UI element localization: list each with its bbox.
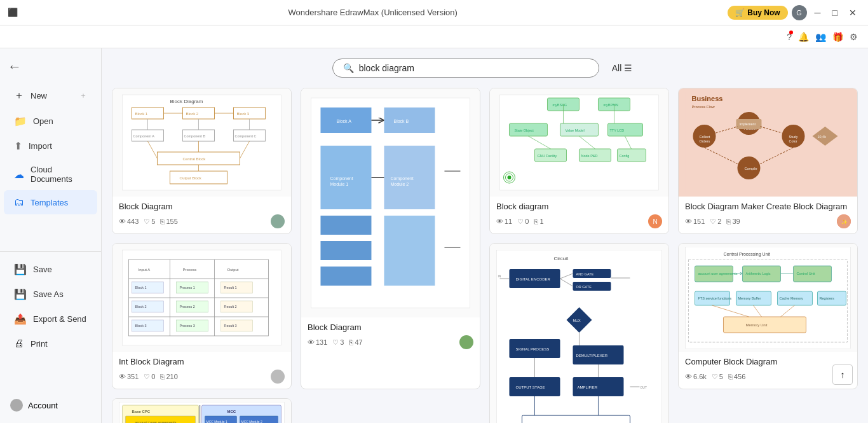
svg-text:Component: Component [391,176,414,181]
svg-text:Output: Output [227,268,239,272]
computer-block-svg: Central Processing Unit account user agr… [683,247,853,349]
svg-text:Implement: Implement [740,122,756,126]
copies-stat-7: ⎘ 456 [728,373,745,380]
card-block-diagram-2[interactable]: Block A Block B Component Module 1 Compo… [301,88,480,389]
search-bar: 🔍 [332,59,599,78]
card-image-8: Base CPC MCC account / user agreements C… [112,399,291,423]
app-icon: ⬛ [8,8,18,17]
card-avatar-2 [459,335,473,349]
close-button[interactable]: ✕ [845,6,860,19]
back-button[interactable]: ← [8,59,22,75]
gift-icon[interactable]: 🎁 [832,32,843,42]
card-image-7: Central Processing Unit account user agr… [679,244,857,352]
svg-text:Config: Config [620,154,630,158]
svg-text:Base CPC: Base CPC [132,410,151,413]
all-filter-button[interactable]: All ☰ [607,60,638,76]
svg-text:MUX: MUX [573,319,581,322]
templates-icon: 🗂 [14,197,24,208]
sidebar-item-open[interactable]: 📁 Open [4,109,97,134]
bell-icon[interactable]: 🔔 [798,32,809,42]
block-diagram-svg-2: Block A Block B Component Module 1 Compo… [306,95,475,311]
title-bar-right: 🛒 Buy Now G ─ □ ✕ [728,5,860,20]
likes-stat-4: ♡ 2 [710,218,721,226]
account-icon [10,399,23,412]
minimize-button[interactable]: ─ [811,6,825,19]
card-block-diagram-1[interactable]: Block Diagram Block 1 Block 2 Block 3 Co… [112,88,292,234]
card-int-block-diagram[interactable]: Input A Process Output Block 1 Process 1… [112,243,292,389]
svg-rect-33 [321,267,372,286]
settings-icon[interactable]: ⚙ [850,32,858,42]
views-stat-2: 👁 131 [308,338,327,346]
sidebar-item-new[interactable]: ＋ New ＋ [4,83,97,109]
views-stat-1: 👁 443 [119,218,139,225]
svg-text:Circuit: Circuit [554,256,569,261]
likes-stat-2: ♡ 3 [332,338,344,347]
views-stat-4: 👁 151 [685,218,705,225]
user-avatar: G [792,5,807,20]
circuit-svg: Circuit DIGITAL ENCODER AND GATE OR GATE… [494,250,664,423]
sidebar-item-print[interactable]: 🖨 Print [4,331,97,356]
sidebar: ← ＋ New ＋ 📁 Open ⬆ Import ☁ Cloud Docume… [0,48,102,423]
svg-rect-29 [384,107,435,133]
toolbar-row: ? 🔔 👥 🎁 ⚙ [0,25,868,48]
buy-now-button[interactable]: 🛒 Buy Now [728,6,787,20]
card-circuit-block-diagram[interactable]: Circuit DIGITAL ENCODER AND GATE OR GATE… [489,243,669,423]
sidebar-item-import[interactable]: ⬆ Import [4,134,97,158]
sidebar-item-save[interactable]: 💾 Save [4,257,97,282]
svg-rect-0 [123,95,281,190]
svg-text:Output Block: Output Block [180,176,202,180]
new-icon: ＋ [14,89,24,102]
card-image-4: Business Process Flow Collect Orders Ide… [679,88,857,197]
save-icon: 💾 [14,263,27,275]
main-area: ← ＋ New ＋ 📁 Open ⬆ Import ☁ Cloud Docume… [0,48,868,423]
svg-text:Block A: Block A [337,119,352,123]
card-business-block-diagram[interactable]: Business Process Flow Collect Orders Ide… [678,88,858,234]
svg-text:Compile: Compile [745,167,757,170]
card-info-7: Computer Block Diagram 👁 6.6k ♡ 5 [679,352,857,389]
card-stats-3: 👁 11 ♡ 0 ⎘ 1 N [496,214,662,228]
card-title-1: Block Diagram [119,202,285,211]
svg-text:Memory Unit: Memory Unit [746,323,768,327]
card-block-diagram-3[interactable]: myBSAG myBPMN State Object Value Model T… [489,88,669,234]
svg-rect-35 [384,216,435,286]
search-input[interactable] [359,63,588,73]
card-avatar-3: N [648,214,662,228]
svg-text:account / user agreements: account / user agreements [135,420,177,423]
svg-text:MCC Module 2: MCC Module 2 [241,420,263,423]
svg-text:FTS service functions: FTS service functions [698,296,732,300]
new-plus-icon: ＋ [79,90,87,101]
print-icon: 🖨 [14,338,24,349]
card-mcu-block-diagram[interactable]: Base CPC MCC account / user agreements C… [112,398,292,423]
copies-stat-1: ⎘ 155 [160,218,177,225]
svg-text:Node P&D: Node P&D [581,154,598,158]
svg-text:AMPLIFIER: AMPLIFIER [578,385,598,389]
card-computer-block-diagram[interactable]: Central Processing Unit account user agr… [678,243,858,389]
svg-text:Control Unit: Control Unit [797,272,816,275]
svg-text:Arithmetic Logic: Arithmetic Logic [746,272,771,275]
account-section[interactable]: Account [0,392,101,418]
open-icon: 📁 [14,115,27,127]
sidebar-item-cloud[interactable]: ☁ Cloud Documents [4,158,97,190]
maximize-button[interactable]: □ [829,6,841,19]
team-icon[interactable]: 👥 [815,32,826,42]
help-icon[interactable]: ? [787,32,792,42]
scroll-to-top-button[interactable]: ↑ [832,364,853,385]
card-title-5: Int Block Diagram [119,357,285,366]
sidebar-item-templates[interactable]: 🗂 Templates [4,190,97,214]
svg-text:Value Model: Value Model [566,128,585,132]
svg-text:Component C: Component C [235,134,257,138]
card-stats-1: 👁 443 ♡ 5 ⎘ 155 [119,214,285,228]
import-icon: ⬆ [14,140,22,152]
card-info-5: Int Block Diagram 👁 351 ♡ 0 [112,352,291,389]
title-bar: ⬛ Wondershare EdrawMax (Unlicensed Versi… [0,0,868,25]
card-info-1: Block Diagram 👁 443 ♡ 5 [112,197,291,233]
svg-text:Process: Process [183,268,197,272]
svg-text:Study: Study [789,135,798,139]
svg-text:Collect: Collect [700,135,710,139]
svg-text:Cache Memory: Cache Memory [780,296,804,300]
sidebar-item-saveas[interactable]: 💾 Save As [4,282,97,307]
svg-text:OUTPUT STAGE: OUTPUT STAGE [516,385,545,389]
views-stat-7: 👁 6.6k [685,373,707,380]
svg-text:Result 3: Result 3 [224,324,237,328]
sidebar-item-export[interactable]: 📤 Export & Send [4,307,97,331]
